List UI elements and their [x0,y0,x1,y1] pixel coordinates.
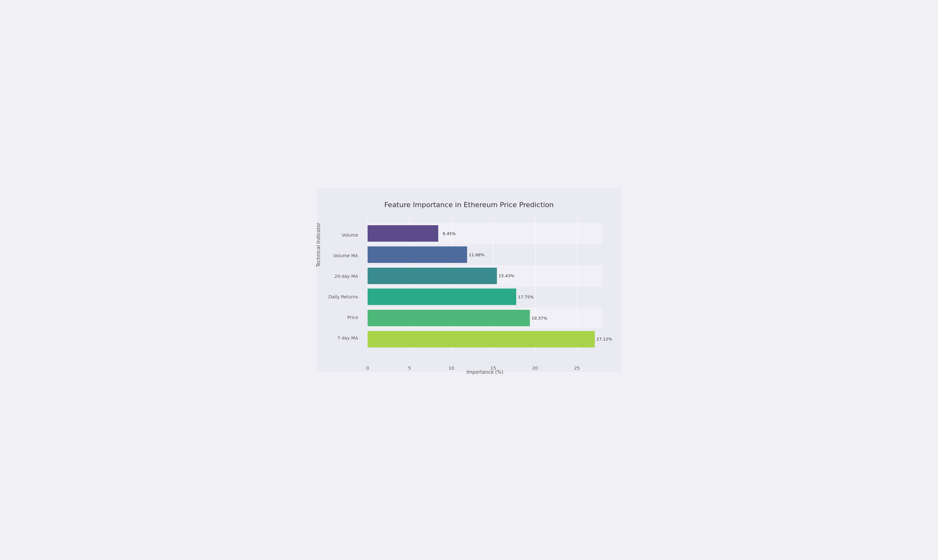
bar-value-label: 19.37% [531,316,547,320]
y-tick-label: Price [320,315,361,320]
bar-value-label: 27.12% [596,337,612,342]
x-tick-label: 10 [448,366,454,371]
y-tick-label: Volume MA [320,253,361,258]
bar-20-day-ma: 15.43% [368,268,497,284]
bar-7-day-ma: 27.12% [368,331,595,348]
bar-daily-returns: 17.75% [368,289,516,305]
bar-volume-ma: 11.88% [368,246,467,263]
x-tick-label: 0 [366,366,369,371]
x-tick-label: 5 [408,366,411,371]
y-axis: 7-day MAPriceDaily Returns20-day MAVolum… [320,218,361,354]
bar-value-label: 8.45% [443,231,456,236]
bar-value-label: 11.88% [469,252,485,257]
bar-row: 27.12% [368,330,602,349]
y-tick-label: Volume [320,232,361,238]
bar-value-label: 17.75% [518,295,534,299]
chart-container: Feature Importance in Ethereum Price Pre… [317,188,621,372]
bar-volume: 8.45% [368,225,438,242]
chart-title: Feature Importance in Ethereum Price Pre… [336,201,602,209]
y-tick-label: Daily Returns [320,294,361,299]
bar-value-label: 15.43% [499,273,514,278]
bar-row: 15.43% [368,266,602,285]
chart-area: Technical Indicator 7-day MAPriceDaily R… [368,218,602,354]
y-tick-label: 20-day MA [320,274,361,279]
bar-row: 19.37% [368,309,602,328]
bars-wrapper: 27.12%19.37%17.75%15.43%11.88%8.45% [368,218,602,354]
x-axis-title: Importance (%) [467,369,504,375]
x-tick-label: 25 [574,366,580,371]
bar-row: 11.88% [368,245,602,264]
bar-row: 8.45% [368,224,602,243]
y-tick-label: 7-day MA [320,335,361,340]
bar-row: 17.75% [368,287,602,306]
bar-price: 19.37% [368,310,530,326]
x-tick-label: 20 [532,366,538,371]
